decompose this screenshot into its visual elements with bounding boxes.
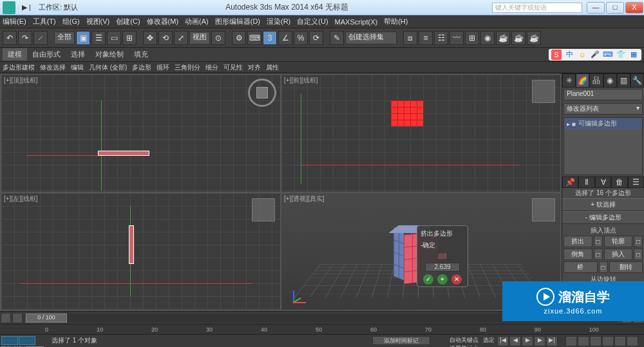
modifier-editable-poly[interactable]: ▸ ■可编辑多边形 [564, 118, 642, 129]
timeslider-prev-icon[interactable] [1, 313, 11, 323]
caddy-apply-button[interactable]: + [437, 274, 448, 285]
caddy-ok-button[interactable]: ✓ [423, 274, 433, 285]
autokey-button[interactable]: 自动关键点 [450, 337, 478, 343]
goto-end-icon[interactable]: ▶| [546, 336, 558, 346]
outline-button[interactable]: 轮廓 [604, 236, 633, 247]
ime-sogou-icon[interactable]: S [551, 50, 562, 60]
material-editor-icon[interactable]: ◉ [480, 31, 495, 45]
zoom-extents-all-icon[interactable] [614, 336, 626, 346]
object-left-view[interactable] [129, 225, 134, 264]
selected-button[interactable]: 选定 [483, 337, 495, 343]
menu-help[interactable]: 帮助(H) [384, 17, 408, 26]
maximize-button[interactable]: □ [606, 2, 624, 14]
flip-button[interactable]: 翻转 [609, 261, 643, 273]
ime-emoji-icon[interactable]: ☺ [577, 50, 587, 60]
close-button[interactable]: X [625, 2, 643, 14]
select-manipulate-icon[interactable]: ⚙ [232, 31, 246, 45]
rg-loops[interactable]: 循环 [156, 63, 169, 72]
play-icon[interactable]: ▶ [522, 336, 533, 346]
fov-icon[interactable] [627, 336, 638, 346]
menu-create[interactable]: 创建(C) [116, 17, 140, 26]
bridge-settings-button[interactable]: □ [599, 261, 608, 273]
menu-tools[interactable]: 工具(T) [33, 17, 56, 26]
object-front-view[interactable] [391, 100, 423, 126]
viewcube-icon[interactable] [252, 198, 275, 221]
zoom-extents-icon[interactable] [602, 336, 614, 346]
add-time-tag-button[interactable]: 添加时间标记 [372, 336, 430, 345]
ime-voice-icon[interactable]: 🎤 [590, 50, 600, 60]
align-icon[interactable]: ≡ [419, 31, 433, 45]
extrude-button[interactable]: 挤出 [564, 236, 592, 247]
inset-settings-button[interactable]: □ [634, 249, 643, 260]
viewcube-icon[interactable] [532, 198, 555, 221]
menu-edit[interactable]: 编辑(E) [3, 17, 26, 26]
viewport-front-label[interactable]: [+][前][线框] [284, 76, 318, 85]
select-region-icon[interactable]: ▭ [107, 31, 121, 45]
extrude-settings-button[interactable]: □ [594, 236, 603, 247]
select-object-icon[interactable]: ▣ [76, 31, 90, 45]
menu-animation[interactable]: 动画(A) [185, 17, 209, 26]
tab-freeform[interactable]: 自由形式 [27, 48, 66, 61]
render-icon[interactable]: ☕ [527, 31, 541, 45]
redo-icon[interactable]: ↷ [18, 31, 32, 45]
tab-motion-icon[interactable]: ◉ [603, 73, 617, 88]
viewport-top-label[interactable]: [+][顶][线框] [4, 76, 38, 85]
next-frame-icon[interactable]: ▶ [534, 336, 545, 346]
rg-mod-sel[interactable]: 修改选择 [40, 63, 66, 72]
menu-view[interactable]: 视图(V) [86, 17, 110, 26]
schematic-view-icon[interactable]: ⊞ [465, 31, 479, 45]
ime-skin-icon[interactable]: 👕 [616, 50, 626, 60]
menu-maxscript[interactable]: MAXScript(X) [335, 18, 378, 26]
ime-lang-icon[interactable]: 中 [564, 50, 574, 60]
goto-start-icon[interactable]: |◀ [497, 336, 509, 346]
rotate-icon[interactable]: ⟲ [158, 31, 173, 45]
make-unique-icon[interactable]: ∀ [595, 176, 611, 188]
prev-frame-icon[interactable]: ◀ [509, 336, 521, 346]
pin-stack-icon[interactable]: 📌 [562, 176, 578, 188]
scale-icon[interactable]: ⤢ [174, 31, 188, 45]
tab-populate[interactable]: 填充 [129, 48, 153, 61]
bevel-settings-button[interactable]: □ [594, 249, 603, 260]
modifier-list-dropdown[interactable]: 修改器列表▾ [564, 103, 643, 115]
snap-toggle-icon[interactable]: 3 [263, 31, 277, 45]
trackbar-toggle-icon[interactable] [1, 336, 18, 345]
ime-keyboard-icon[interactable]: ⌨ [603, 50, 613, 60]
undo-icon[interactable]: ↶ [3, 31, 17, 45]
menu-modifiers[interactable]: 修改器(M) [147, 17, 179, 26]
viewport-top[interactable]: [+][顶][线框] [1, 75, 280, 192]
use-pivot-icon[interactable]: ⊙ [211, 31, 225, 45]
keyboard-shortcut-icon[interactable]: ⌨ [247, 31, 261, 45]
caddy-height-spinner[interactable]: 2.639 [425, 263, 460, 272]
rollout-edit-polygons[interactable]: - 编辑多边形 [562, 211, 644, 224]
object-name-field[interactable]: Plane001 [564, 89, 643, 100]
zoom-icon[interactable] [578, 336, 589, 346]
caddy-cancel-button[interactable]: ✕ [451, 274, 462, 285]
object-top-view[interactable] [98, 151, 149, 156]
rg-subdiv[interactable]: 细分 [205, 63, 218, 72]
menu-customize[interactable]: 自定义(U) [297, 17, 328, 26]
modifier-stack[interactable]: ▸ ■可编辑多边形 [564, 117, 643, 175]
timeline-ruler[interactable]: 0 10 20 30 40 50 60 70 80 90 100 [0, 324, 644, 334]
tab-utilities-icon[interactable]: 🔧 [630, 73, 644, 88]
tab-modeling[interactable]: 建模 [3, 48, 27, 61]
tab-hierarchy-icon[interactable]: 品 [589, 73, 603, 88]
timeslider-prev2-icon[interactable] [12, 313, 23, 323]
select-by-name-icon[interactable]: ☰ [91, 31, 106, 45]
inset-button[interactable]: 插入 [604, 249, 633, 260]
tab-selection[interactable]: 选择 [66, 48, 90, 61]
menu-graph[interactable]: 图形编辑器(D) [215, 17, 260, 26]
viewcube-icon[interactable] [532, 80, 555, 103]
ime-settings-icon[interactable]: ▦ [629, 50, 639, 60]
viewport-persp-label[interactable]: [+][透视][真实] [284, 194, 325, 203]
caddy-type-icon[interactable] [437, 252, 448, 260]
rg-edit[interactable]: 编辑 [71, 63, 84, 72]
curve-editor-icon[interactable]: 〰 [450, 31, 464, 45]
minimize-button[interactable]: — [587, 2, 605, 14]
tab-modify-icon[interactable]: 🌈 [576, 73, 589, 88]
rg-polys[interactable]: 多边形 [132, 63, 151, 72]
viewport-left[interactable]: [+][左][线框] [1, 193, 280, 310]
rg-tri[interactable]: 三角剖分 [175, 63, 200, 72]
trackbar-toggle2-icon[interactable] [19, 336, 35, 345]
tab-create-icon[interactable]: ✳ [562, 73, 576, 88]
tab-object-paint[interactable]: 对象绘制 [90, 48, 129, 61]
